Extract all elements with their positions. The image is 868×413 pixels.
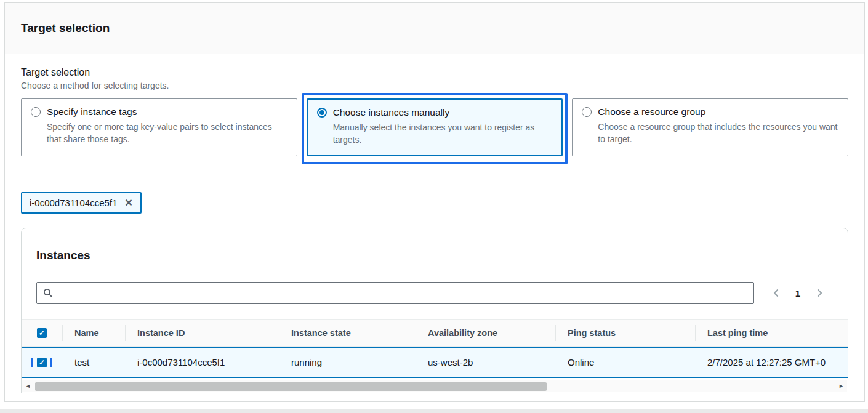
option-choose-resource-group[interactable]: Choose a resource group Choose a resourc… — [572, 98, 848, 156]
option-specify-instance-tags[interactable]: Specify instance tags Specify one or mor… — [21, 98, 297, 156]
scrollbar-thumb[interactable] — [35, 382, 547, 391]
token-label: i-0c00d731104cce5f1 — [30, 198, 117, 208]
cell-availability-zone: us-west-2b — [416, 357, 555, 367]
search-icon — [43, 288, 53, 298]
select-all-checkbox[interactable]: ✓ — [37, 328, 47, 338]
instances-panel-title: Instances — [22, 228, 848, 262]
target-selection-description: Choose a method for selecting targets. — [21, 81, 848, 90]
option-description: Manually select the instances you want t… — [333, 121, 553, 146]
option-label: Choose a resource group — [598, 106, 705, 118]
target-method-options: Specify instance tags Specify one or mor… — [21, 98, 848, 156]
target-selection-container: Target selection Target selection Choose… — [4, 2, 865, 402]
selected-instance-token: i-0c00d731104cce5f1 ✕ — [21, 192, 142, 214]
current-page-number[interactable]: 1 — [795, 288, 800, 299]
page-bottom-edge — [0, 409, 868, 413]
option-description: Specify one or more tag key-value pairs … — [47, 121, 287, 146]
table-row[interactable]: ✓ test i-0c00d731104cce5f1 running us-we… — [22, 347, 848, 378]
instances-panel: Instances — [21, 228, 848, 393]
scrollbar-track[interactable] — [35, 382, 834, 391]
column-header-last-ping-time[interactable]: Last ping time — [695, 320, 848, 346]
row-checkbox[interactable]: ✓ — [37, 358, 47, 367]
table-header-row: ✓ Name Instance ID Instance state Availa… — [22, 319, 848, 347]
column-header-ping-status[interactable]: Ping status — [555, 320, 695, 346]
column-header-availability-zone[interactable]: Availability zone — [416, 320, 555, 346]
container-header: Target selection — [5, 3, 864, 54]
pagination: 1 — [771, 287, 824, 299]
previous-page-button[interactable] — [771, 287, 781, 299]
option-label: Choose instances manually — [333, 107, 450, 118]
scroll-left-icon[interactable]: ◄ — [25, 383, 31, 389]
option-label: Specify instance tags — [47, 106, 137, 118]
page-title: Target selection — [21, 22, 110, 35]
search-input[interactable] — [58, 288, 747, 299]
cell-instance-id: i-0c00d731104cce5f1 — [125, 357, 279, 367]
target-selection-label: Target selection — [21, 67, 848, 78]
search-box[interactable] — [36, 282, 754, 304]
column-header-name[interactable]: Name — [62, 320, 125, 346]
option-choose-instances-manually[interactable]: Choose instances manually Manually selec… — [307, 98, 563, 156]
cell-ping-status: Online — [555, 357, 695, 367]
close-icon[interactable]: ✕ — [124, 198, 132, 208]
horizontal-scrollbar[interactable]: ◄ ► — [22, 380, 847, 392]
column-header-instance-id[interactable]: Instance ID — [125, 320, 279, 346]
option-description: Choose a resource group that includes th… — [598, 121, 838, 146]
radio-unselected-icon[interactable] — [582, 107, 592, 117]
cell-name: test — [62, 357, 125, 367]
radio-unselected-icon[interactable] — [31, 107, 41, 117]
next-page-button[interactable] — [815, 287, 824, 299]
chevron-left-icon — [773, 289, 779, 297]
scroll-right-icon[interactable]: ► — [838, 383, 844, 389]
radio-selected-icon[interactable] — [317, 108, 327, 118]
chevron-right-icon — [816, 289, 823, 297]
cell-last-ping-time: 2/7/2025 at 12:27:25 GMT+0 — [695, 357, 848, 367]
cell-instance-state: running — [279, 357, 416, 367]
column-header-instance-state[interactable]: Instance state — [279, 320, 416, 346]
